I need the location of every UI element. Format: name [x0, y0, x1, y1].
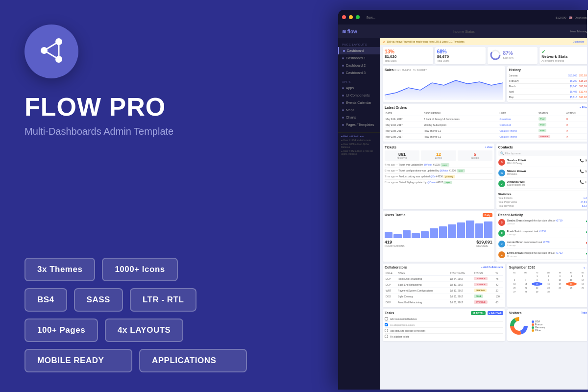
contact-role: Stakeholders etc [507, 183, 578, 186]
bar [448, 224, 456, 238]
table-row: May 24th, 2017 5 Pack of Jersey UI Compo… [385, 116, 588, 122]
task-item: Add status to sidebar to the right [385, 328, 503, 334]
sales-chart [385, 73, 503, 100]
badge-row-2: BS4 SASS LTR - RTL [24, 288, 299, 312]
task-checkbox[interactable] [385, 335, 388, 338]
sidebar-item-dashboard[interactable]: Dashboard [338, 47, 380, 54]
bar [393, 234, 401, 238]
activity-text: Frank Smith completed task #1730 [507, 230, 546, 233]
visitors-title: Visitors Today [509, 311, 588, 315]
ticket-closed: 5 CLOSED [458, 150, 492, 161]
activity-text: Sandra Grant changed the due date of tas… [507, 219, 563, 222]
stat-card-users: 68% $6,670 Total Users [435, 47, 486, 64]
task-checkbox[interactable] [385, 323, 388, 326]
search-icon: 🔍 [500, 151, 504, 155]
history-chart-title: History [509, 68, 588, 72]
history-item-may: May $5,815 $13,020 [509, 95, 588, 100]
tasks-badge-total: 11 TOTAL [471, 311, 485, 315]
activity-avatar: F [498, 230, 505, 237]
sidebar-item-pages[interactable]: Pages / Templates [338, 121, 380, 128]
dash-content: ⚠ Did you know Flow will be ready to go … [380, 38, 588, 390]
sidebar-item-maps[interactable]: Maps [338, 106, 380, 114]
history-item-feb: February $8,200 $15,200 [509, 78, 588, 84]
notif-text: Did you know Flow will be ready to go fr… [387, 40, 465, 43]
ticket-item: 8 hrs ago — Global Styling updated by @D… [385, 180, 492, 185]
badges-container: 3x Themes 1000+ Icons BS4 SASS LTR - RTL… [24, 258, 299, 372]
sidebar-item-ui[interactable]: UI Components [338, 92, 380, 99]
prev-month-btn[interactable]: ‹ [584, 266, 585, 270]
stat-val-network: Network Stats [541, 54, 588, 59]
task-checkbox[interactable] [385, 329, 388, 332]
bar [466, 220, 474, 238]
activity-item: F Frank Smith completed task #1730 2 min… [498, 229, 588, 238]
notif-link[interactable]: Customize [573, 40, 585, 43]
dash-brand: ≋ flow [342, 29, 357, 34]
bar [484, 221, 492, 238]
expand-dot [356, 15, 360, 19]
recent-activity-list: S Sandra Grant changed the due date of t… [498, 218, 588, 260]
calendar-title: September 2020 ‹ › [509, 266, 588, 270]
delete-icon[interactable]: ✕ [566, 135, 568, 138]
tickets-view[interactable]: ≡ view [485, 146, 492, 149]
stat-card-sales: 13% $1,020 Total Sales [383, 47, 433, 64]
stat-pct-sales: 13% [385, 49, 431, 54]
calendar-grid: Su Mo Tu We Th Fr Sa 1 2 3 4 5 [509, 271, 588, 294]
col-desc: DESCRIPTION [423, 111, 499, 116]
badge-apps: APPLICATIONS [139, 349, 247, 372]
notif-icon: ⚠ [383, 40, 385, 44]
col-action: ACTION [565, 111, 588, 116]
sidebar-label-apps: Apps [346, 86, 354, 90]
task-item: Add commercial balance [385, 316, 503, 322]
contact-item: S Sandra Elliott UI / UX Design 📞 ✉ [498, 158, 588, 167]
sidebar-dot [343, 50, 345, 52]
table-row: WRT Payment System Configurations Jul 30… [385, 288, 503, 294]
sidebar-activity-item3: ● User #888 added Alpha Release [341, 143, 377, 148]
sidebar-item-calendar[interactable]: Events Calendar [338, 99, 380, 106]
window-topbar: flow... $12,090 🇺🇸 Dashboard [338, 10, 588, 24]
badge-sass: SASS [74, 288, 123, 312]
delete-icon[interactable]: ✕ [566, 118, 568, 121]
bar [412, 233, 419, 238]
tickets-card: Tickets ≡ view 861 RESOLVED 12 ACTIVE [383, 144, 494, 209]
badge-mobile: MOBILE READY [24, 349, 132, 372]
status-badge: Paid [539, 123, 546, 126]
stat-row-followers: Total Follows 1.2k [498, 196, 588, 199]
task-checkbox[interactable] [385, 317, 388, 320]
activity-item: J Jennie Obrien commented task #1739 5 m… [498, 240, 588, 249]
activity-time: 10 min ago [507, 255, 563, 257]
sidebar-dot-ui [342, 95, 344, 97]
stats-row: 13% $1,020 Total Sales 68% $6,670 Total … [380, 45, 588, 66]
col-date: DATE [385, 111, 423, 116]
stat-val-sales: $1,020 [385, 54, 431, 59]
activity-avatar: E [498, 251, 505, 258]
sidebar-item-charts[interactable]: Charts [338, 114, 380, 121]
ticket-active: 12 ACTIVE [421, 150, 456, 161]
stat-val-users: $6,670 [437, 54, 484, 59]
calendar-event-day[interactable]: 18 [566, 282, 577, 286]
delete-icon[interactable]: ✕ [566, 129, 568, 132]
stat-pct-users: 68% [437, 49, 484, 54]
tickets-contacts-row: Tickets ≡ view 861 RESOLVED 12 ACTIVE [380, 144, 588, 211]
calendar-today[interactable]: 15 [532, 282, 542, 286]
contacts-search[interactable]: 🔍 Filter by name [498, 150, 588, 156]
recent-activity-title: Recent Activity [498, 213, 588, 217]
charts-row: Sales From: 01/04/17 To: 10/04/17 [380, 66, 588, 104]
badge-icons: 1000+ Icons [102, 258, 177, 281]
table-row: May 23rd, 2017 Flow Theme v.1 Creative T… [385, 134, 588, 140]
search-placeholder: Filter by name [505, 152, 521, 155]
collab-add[interactable]: + Add Collaborator [481, 266, 503, 269]
sidebar-item-apps[interactable]: Apps [338, 84, 380, 92]
sidebar-item-d3[interactable]: Dashboard 3 [338, 69, 380, 76]
sidebar-label-pages: Pages / Templates [346, 123, 374, 126]
delete-icon[interactable]: ✕ [566, 123, 568, 126]
sidebar-item-d2[interactable]: Dashboard 2 [338, 62, 380, 69]
traffic-registrations-label: REGISTRATIONS [385, 245, 404, 247]
sales-chart-card: Sales From: 01/04/17 To: 10/04/17 [383, 66, 505, 102]
sidebar-activity-item2: ● User #1234 added a note [341, 139, 377, 142]
notif-bar: ⚠ Did you know Flow will be ready to go … [380, 38, 588, 45]
sidebar-item-d1[interactable]: Dashboard 1 [338, 54, 380, 62]
contact-item: G Simon Brown UI States 📞 ✉ [498, 169, 588, 178]
sidebar-section-apps: Apps [338, 78, 380, 84]
ticket-item: 4 hrs ago — Ticket was updated by @Victo… [385, 162, 492, 168]
contacts-card: Contacts 🔍 Filter by name S Sandra Ellio… [496, 144, 588, 209]
